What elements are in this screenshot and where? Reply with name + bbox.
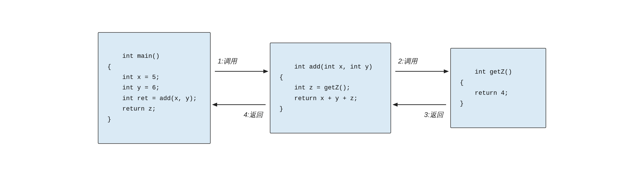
getz-code-box: int getZ() { return 4; }	[450, 48, 546, 128]
arrow1-label: 1:调用	[218, 57, 237, 66]
arrow1-right-svg	[215, 67, 268, 75]
add-code-box: int add(int x, int y) { int z = getZ(); …	[270, 43, 391, 133]
add-code-text: int add(int x, int y) { int z = getZ(); …	[279, 63, 372, 113]
svg-marker-3	[212, 103, 217, 107]
main-code-box: int main() { int x = 5; int y = 6; int r…	[98, 32, 211, 144]
arrow2-label: 2:调用	[398, 57, 417, 66]
arrow3-left-svg	[392, 101, 446, 109]
arrow4-left-svg	[212, 101, 266, 109]
arrows-add-getz: 2:调用 3:返回	[391, 57, 450, 119]
svg-marker-7	[392, 103, 398, 107]
arrow3-label: 3:返回	[424, 110, 443, 119]
svg-marker-1	[263, 69, 268, 73]
diagram-container: int main() { int x = 5; int y = 6; int r…	[0, 0, 644, 176]
svg-marker-5	[444, 69, 449, 73]
main-code-text: int main() { int x = 5; int y = 6; int r…	[107, 53, 197, 123]
getz-code-text: int getZ() { return 4; }	[460, 69, 512, 107]
arrows-main-add: 1:调用 4:返回	[211, 57, 270, 119]
arrow4-label: 4:返回	[244, 110, 263, 119]
arrow2-right-svg	[395, 67, 449, 75]
